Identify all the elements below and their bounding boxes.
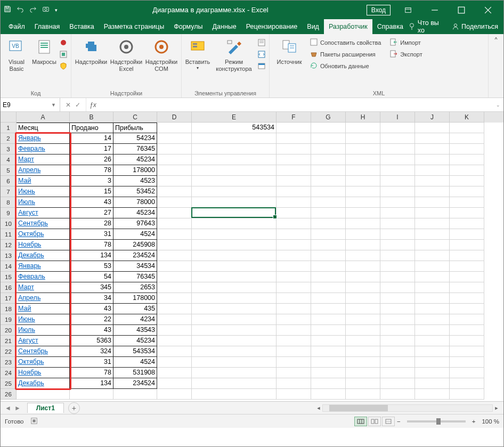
cell-B7[interactable]: 15 (70, 186, 113, 197)
cell-B11[interactable]: 31 (70, 229, 113, 240)
cell-C7[interactable]: 53452 (113, 186, 157, 197)
maximize-button[interactable] (449, 1, 474, 19)
cell-G13[interactable] (311, 250, 346, 261)
cell-D17[interactable] (157, 293, 192, 304)
cell-J17[interactable] (415, 293, 450, 304)
cell-B15[interactable]: 54 (70, 272, 113, 282)
hscroll-track[interactable] (322, 404, 493, 412)
cell-J14[interactable] (415, 261, 450, 272)
row-header[interactable]: 7 (1, 186, 17, 197)
column-header-J[interactable]: J (415, 112, 450, 123)
row-header[interactable]: 15 (1, 272, 17, 282)
cell-F13[interactable] (277, 250, 311, 261)
cancel-formula-icon[interactable]: ✕ (66, 101, 71, 109)
addins-button[interactable]: Надстройки (75, 36, 108, 67)
cell-H21[interactable] (346, 336, 380, 346)
camera-icon[interactable] (42, 5, 50, 14)
cell-H4[interactable] (346, 155, 380, 165)
cell-G2[interactable] (311, 133, 346, 144)
excel-addins-button[interactable]: Надстройки Excel (110, 36, 143, 73)
select-all-corner[interactable] (1, 112, 17, 123)
cell-K22[interactable] (450, 346, 484, 357)
cell-G16[interactable] (311, 282, 346, 293)
cell-C4[interactable]: 45234 (113, 155, 157, 165)
cell-D16[interactable] (157, 282, 192, 293)
cell-G22[interactable] (311, 346, 346, 357)
cell-A10[interactable]: Сентябрь (17, 218, 70, 229)
cell-G5[interactable] (311, 165, 346, 176)
cell-G25[interactable] (311, 378, 346, 389)
cell-H18[interactable] (346, 304, 380, 314)
cell-E14[interactable] (192, 261, 277, 272)
cell-J24[interactable] (415, 368, 450, 378)
cell-B1[interactable]: Продано (70, 123, 113, 133)
cell-F21[interactable] (277, 336, 311, 346)
cell-E2[interactable] (192, 133, 277, 144)
tab-help[interactable]: Справка (372, 19, 408, 34)
cell-J25[interactable] (415, 378, 450, 389)
cell-B8[interactable]: 43 (70, 197, 113, 208)
cell-J22[interactable] (415, 346, 450, 357)
cell-B22[interactable]: 324 (70, 346, 113, 357)
cell-E25[interactable] (192, 378, 277, 389)
cell-J11[interactable] (415, 229, 450, 240)
cell-E21[interactable] (192, 336, 277, 346)
cell-I12[interactable] (380, 240, 415, 250)
cell-E22[interactable] (192, 346, 277, 357)
cell-E15[interactable] (192, 272, 277, 282)
cell-H9[interactable] (346, 208, 380, 218)
cell-I10[interactable] (380, 218, 415, 229)
cell-K5[interactable] (450, 165, 484, 176)
cell-C5[interactable]: 178000 (113, 165, 157, 176)
tab-home[interactable]: Главная (30, 19, 65, 34)
column-header-F[interactable]: F (277, 112, 311, 123)
cell-I19[interactable] (380, 314, 415, 325)
tab-page-layout[interactable]: Разметка страницы (99, 19, 169, 34)
cell-K4[interactable] (450, 155, 484, 165)
cell-C14[interactable]: 34534 (113, 261, 157, 272)
redo-icon[interactable] (29, 5, 37, 14)
cell-F8[interactable] (277, 197, 311, 208)
view-code-icon[interactable] (257, 50, 266, 61)
cell-I24[interactable] (380, 368, 415, 378)
cell-K11[interactable] (450, 229, 484, 240)
page-break-view-button[interactable] (382, 417, 395, 426)
cell-H22[interactable] (346, 346, 380, 357)
cell-E5[interactable] (192, 165, 277, 176)
cell-G1[interactable] (311, 123, 346, 133)
row-header[interactable]: 17 (1, 293, 17, 304)
row-header[interactable]: 6 (1, 176, 17, 186)
cell-I25[interactable] (380, 378, 415, 389)
cell-E8[interactable] (192, 197, 277, 208)
cell-B10[interactable]: 28 (70, 218, 113, 229)
cell-F22[interactable] (277, 346, 311, 357)
cell-I14[interactable] (380, 261, 415, 272)
cell-B16[interactable]: 345 (70, 282, 113, 293)
cell-E18[interactable] (192, 304, 277, 314)
cell-H23[interactable] (346, 357, 380, 368)
cell-K13[interactable] (450, 250, 484, 261)
cell-C6[interactable]: 4523 (113, 176, 157, 186)
cell-K26[interactable] (450, 389, 484, 400)
cell-E11[interactable] (192, 229, 277, 240)
cell-D4[interactable] (157, 155, 192, 165)
sheet-nav-next-icon[interactable]: ► (14, 404, 21, 412)
tab-review[interactable]: Рецензирование (241, 19, 303, 34)
cell-C17[interactable]: 178000 (113, 293, 157, 304)
cell-D23[interactable] (157, 357, 192, 368)
cell-K14[interactable] (450, 261, 484, 272)
macro-security-icon[interactable] (59, 62, 68, 72)
cell-E6[interactable] (192, 176, 277, 186)
cell-I20[interactable] (380, 325, 415, 336)
cell-J20[interactable] (415, 325, 450, 336)
cell-C8[interactable]: 78000 (113, 197, 157, 208)
cell-H15[interactable] (346, 272, 380, 282)
cell-H3[interactable] (346, 144, 380, 155)
macros-button[interactable]: Макросы (31, 36, 57, 67)
design-mode-button[interactable]: Режим конструктора (213, 36, 255, 73)
cell-K10[interactable] (450, 218, 484, 229)
cell-E19[interactable] (192, 314, 277, 325)
cell-D18[interactable] (157, 304, 192, 314)
column-header-A[interactable]: A (17, 112, 70, 123)
cell-I26[interactable] (380, 389, 415, 400)
